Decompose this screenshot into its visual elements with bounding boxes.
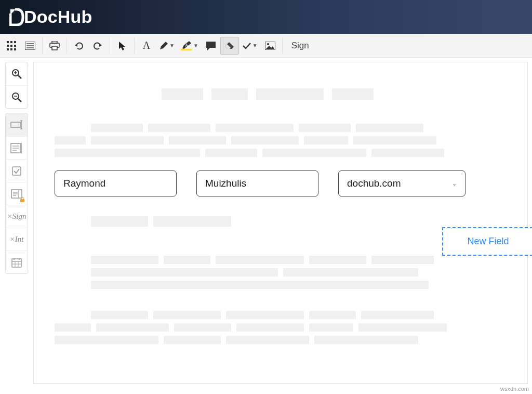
redo-button[interactable]: [88, 37, 107, 55]
comment-icon: [206, 41, 216, 50]
chevron-down-icon: ▼: [193, 43, 198, 48]
paragraph-field-icon: [10, 143, 23, 153]
checkbox-icon: [12, 166, 21, 176]
svg-marker-20: [119, 42, 125, 50]
page-icon: [25, 42, 35, 50]
zoom-group: [5, 62, 28, 109]
print-button[interactable]: [45, 37, 64, 55]
svg-rect-4: [14, 41, 16, 43]
svg-marker-18: [75, 44, 77, 47]
first-name-value: Raymond: [63, 178, 105, 189]
domain-dropdown-field[interactable]: dochub.com ⌄: [338, 170, 466, 196]
highlight-tool-button[interactable]: A ▼: [178, 37, 202, 55]
apps-grid-button[interactable]: [2, 37, 21, 55]
app-logo: DocHub: [9, 7, 92, 27]
last-name-value: Muizhulis: [205, 178, 246, 189]
placeholder-text: [211, 88, 248, 100]
svg-rect-7: [14, 45, 16, 47]
paragraph-field-button[interactable]: [6, 136, 28, 159]
main-area: ×Sign ×Int: [0, 58, 532, 384]
document-page[interactable]: Raymond Muizhulis dochub.com ⌄: [33, 62, 528, 384]
placeholder-text: [55, 149, 200, 157]
print-icon: [49, 41, 60, 50]
text-a-icon: A: [143, 40, 150, 51]
draw-tool-button[interactable]: ▼: [156, 37, 178, 55]
placeholder-text: [153, 216, 231, 227]
paragraph-placeholder: [55, 124, 481, 132]
stamp-tool-button[interactable]: ▼: [239, 37, 261, 55]
separator: [66, 38, 67, 54]
placeholder-text: [91, 268, 278, 277]
pencil-icon: [159, 41, 168, 50]
placeholder-text: [314, 336, 418, 344]
signature-field-button[interactable]: ×Sign: [6, 205, 28, 228]
dropdown-field-button[interactable]: [6, 182, 28, 205]
select-tool-button[interactable]: [113, 37, 131, 55]
undo-icon: [74, 41, 84, 50]
comment-tool-button[interactable]: [202, 37, 220, 55]
svg-marker-19: [99, 44, 102, 47]
main-toolbar: A ▼ A ▼ ▼: [0, 34, 532, 58]
date-field-button[interactable]: [6, 251, 28, 273]
new-field-label: New Field: [467, 236, 509, 247]
cursor-icon: [118, 41, 126, 50]
svg-rect-3: [10, 41, 12, 43]
image-tool-button[interactable]: [261, 37, 280, 55]
initials-field-button[interactable]: ×Int: [6, 228, 28, 251]
lock-icon: [20, 197, 25, 202]
svg-rect-5: [7, 45, 9, 47]
calendar-icon: [11, 257, 22, 268]
text-field-icon: [10, 120, 23, 129]
separator: [282, 38, 283, 54]
text-field-button[interactable]: [6, 113, 28, 136]
fields-group: ×Sign ×Int: [5, 113, 28, 274]
dropdown-value: dochub.com: [347, 178, 401, 189]
checkbox-field-button[interactable]: [6, 159, 28, 182]
placeholder-text: [55, 136, 86, 145]
placeholder-text: [236, 323, 304, 332]
placeholder-text: [262, 149, 366, 157]
paragraph-placeholder: [55, 136, 481, 157]
separator: [42, 38, 43, 54]
placeholder-text: [358, 323, 447, 332]
placeholder-text: [162, 88, 203, 100]
zoom-in-button[interactable]: [6, 62, 28, 85]
new-field-floating[interactable]: New Field: [442, 227, 532, 256]
first-name-field[interactable]: Raymond: [55, 170, 177, 196]
zoom-out-button[interactable]: [6, 85, 28, 108]
paragraph-placeholder: [55, 323, 481, 344]
last-name-field[interactable]: Muizhulis: [196, 170, 318, 196]
checkmark-icon: [242, 42, 251, 49]
placeholder-text: [148, 124, 210, 132]
chevron-down-icon: ⌄: [452, 180, 457, 187]
placeholder-text: [283, 268, 418, 277]
placeholder-text: [356, 124, 423, 132]
placeholder-text: [91, 216, 148, 227]
sign-button[interactable]: Sign: [285, 37, 315, 55]
placeholder-text: [91, 136, 164, 145]
paragraph-placeholder: [55, 216, 481, 227]
svg-rect-48: [12, 259, 21, 267]
left-sidebar: ×Sign ×Int: [0, 58, 33, 384]
undo-button[interactable]: [70, 37, 88, 55]
placeholder-text: [164, 336, 221, 344]
paragraph-placeholder: [55, 311, 481, 319]
placeholder-text: [226, 311, 304, 319]
svg-point-24: [267, 43, 269, 45]
svg-rect-2: [7, 41, 9, 43]
placeholder-text: [216, 256, 304, 264]
svg-rect-21: [181, 49, 192, 50]
logo-d-icon: [9, 8, 25, 26]
zoom-out-icon: [11, 92, 22, 102]
whiteout-tool-button[interactable]: [220, 37, 239, 55]
svg-line-26: [18, 75, 21, 78]
page-view-button[interactable]: [21, 37, 39, 55]
chevron-down-icon: ▼: [169, 43, 175, 48]
text-tool-button[interactable]: A: [137, 37, 156, 55]
placeholder-text: [55, 323, 91, 332]
placeholder-text: [332, 88, 374, 100]
paragraph-placeholder: [55, 256, 481, 264]
svg-rect-6: [10, 45, 12, 47]
app-header: DocHub: [0, 0, 532, 34]
svg-rect-17: [52, 46, 57, 50]
